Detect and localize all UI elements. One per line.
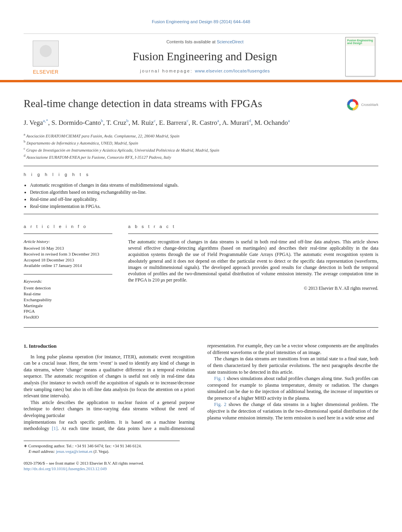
affiliation: b Departamento de Informática y Automáti… bbox=[24, 139, 378, 146]
elsevier-tree-icon bbox=[33, 41, 59, 67]
history-item: Available online 17 January 2014 bbox=[24, 263, 112, 269]
highlight-item: Real-time implementation in FPGAs. bbox=[30, 203, 378, 210]
article-info-label: a r t i c l e i n f o bbox=[24, 224, 112, 230]
affil-ref[interactable]: b bbox=[126, 118, 128, 123]
keywords-heading: Keywords: bbox=[24, 278, 112, 284]
keyword: Exchangeability bbox=[24, 297, 112, 303]
journal-homepage-link[interactable]: www.elsevier.com/locate/fusengdes bbox=[195, 69, 270, 73]
para-span: shows simulations about radial profiles … bbox=[207, 376, 378, 401]
article-history: Received 16 May 2013 Received in revised… bbox=[24, 245, 112, 269]
affil-ref[interactable]: b bbox=[101, 118, 103, 123]
para: In long pulse plasma operation (for inst… bbox=[24, 354, 195, 399]
footnote-star: ∗ bbox=[24, 444, 27, 448]
affiliation: c Grupo de Investigación en Instrumentac… bbox=[24, 146, 378, 153]
affil-ref[interactable]: a bbox=[217, 118, 219, 123]
crossmark-icon bbox=[347, 99, 359, 111]
rule bbox=[24, 166, 378, 166]
affil-ref[interactable]: c bbox=[154, 118, 156, 123]
abstract-label: a b s t r a c t bbox=[128, 224, 378, 230]
author: E. Barrerac bbox=[159, 119, 189, 126]
para: Fig. 2 shows the change of data streams … bbox=[207, 401, 378, 421]
highlights-label: h i g h l i g h t s bbox=[24, 172, 378, 178]
history-item: Received in revised form 3 December 2013 bbox=[24, 251, 112, 257]
para: Fig. 1 shows simulations about radial pr… bbox=[207, 375, 378, 401]
keyword: Real-time bbox=[24, 291, 112, 297]
rule bbox=[24, 274, 112, 274]
publisher-name: ELSEVIER bbox=[33, 69, 58, 76]
affil-ref[interactable]: d bbox=[249, 118, 251, 123]
highlight-item: Detection algorithm based on testing exc… bbox=[30, 189, 378, 196]
sciencedirect-link[interactable]: ScienceDirect bbox=[217, 39, 244, 44]
history-item: Received 16 May 2013 bbox=[24, 245, 112, 251]
email-link[interactable]: jesus.vega@ciemat.es bbox=[56, 449, 92, 454]
affiliations: a Asociación EURATOM/CIEMAT para Fusión,… bbox=[24, 132, 378, 161]
journal-homepage-line: journal homepage: www.elsevier.com/locat… bbox=[68, 68, 342, 74]
cover-title: Fusion Engineering and Design bbox=[347, 39, 373, 45]
figure-ref-link[interactable]: Fig. 2 bbox=[214, 402, 226, 407]
contents-prefix: Contents lists available at bbox=[166, 39, 217, 44]
keyword: FlexRIO bbox=[24, 314, 112, 320]
issn-line: 0920-3796/$ – see front matter © 2013 El… bbox=[24, 461, 378, 466]
author: S. Dormido-Cantob bbox=[51, 119, 103, 126]
email-label: E-mail address: bbox=[29, 449, 56, 454]
body-text: 1. Introduction In long pulse plasma ope… bbox=[24, 343, 378, 432]
rule bbox=[24, 214, 378, 214]
para: The changes in data streams are transiti… bbox=[207, 356, 378, 375]
affiliation: d Associazione EURATOM-ENEA per la Fusio… bbox=[24, 153, 378, 160]
journal-masthead: ELSEVIER Contents lists available at Sci… bbox=[24, 33, 378, 80]
running-head: Fusion Engineering and Design 89 (2014) … bbox=[24, 19, 378, 25]
abstract-column: a b s t r a c t The automatic recognitio… bbox=[128, 218, 378, 320]
keyword: Martingale bbox=[24, 303, 112, 309]
highlights-list: Automatic recognition of changes in data… bbox=[24, 182, 378, 210]
figure-ref-link[interactable]: Fig. 1 bbox=[214, 376, 225, 381]
page-footer: 0920-3796/$ – see front matter © 2013 El… bbox=[24, 461, 378, 472]
author: M. Ochandoa bbox=[254, 119, 290, 126]
journal-cover: Fusion Engineering and Design bbox=[342, 34, 378, 80]
article-info-column: a r t i c l e i n f o Article history: R… bbox=[24, 218, 112, 320]
orange-divider bbox=[0, 80, 402, 82]
highlight-item: Real-time and off-line applicability. bbox=[30, 196, 378, 203]
affil-ref[interactable]: c bbox=[186, 118, 188, 123]
history-heading: Article history: bbox=[24, 239, 112, 245]
para-span: shows the change of data streams in a hi… bbox=[207, 402, 378, 420]
author: J. Vegaa,* bbox=[24, 119, 48, 126]
author: M. Ruizc bbox=[132, 119, 156, 126]
corresponding-author-footnote: ∗ Corresponding author. Tel.: +34 91 346… bbox=[24, 441, 180, 454]
author: T. Cruzb bbox=[106, 119, 128, 126]
crossmark-badge[interactable]: CrossMark bbox=[347, 99, 378, 111]
email-paren: (J. Vega). bbox=[93, 449, 109, 454]
author-list: J. Vegaa,*, S. Dormido-Cantob, T. Cruzb,… bbox=[24, 118, 331, 128]
keyword: FPGA bbox=[24, 308, 112, 314]
affil-ref[interactable]: a bbox=[288, 118, 290, 123]
abstract-text: The automatic recognition of changes in … bbox=[128, 239, 378, 283]
abstract-copyright: © 2013 Elsevier B.V. All rights reserved… bbox=[128, 285, 378, 292]
contents-available-line: Contents lists available at ScienceDirec… bbox=[68, 39, 342, 45]
affil-ref[interactable]: a,* bbox=[43, 118, 48, 123]
author: R. Castroa bbox=[192, 119, 219, 126]
para: This article describes the application t… bbox=[24, 399, 195, 419]
homepage-prefix: journal homepage: bbox=[140, 69, 195, 73]
article-title: Real-time change detection in data strea… bbox=[24, 96, 331, 111]
section-heading: 1. Introduction bbox=[24, 343, 195, 350]
journal-title: Fusion Engineering and Design bbox=[68, 49, 342, 64]
corresponding-author-text: Corresponding author. Tel.: +34 91 346 6… bbox=[28, 444, 142, 448]
highlight-item: Automatic recognition of changes in data… bbox=[30, 182, 378, 189]
affiliation: a Asociación EURATOM/CIEMAT para Fusión,… bbox=[24, 132, 378, 139]
citation-link[interactable]: [1] bbox=[52, 426, 58, 431]
crossmark-label: CrossMark bbox=[361, 102, 378, 107]
history-item: Accepted 18 December 2013 bbox=[24, 257, 112, 263]
keywords-list: Event detection Real-time Exchangeabilit… bbox=[24, 285, 112, 320]
keyword: Event detection bbox=[24, 285, 112, 291]
journal-cover-thumb: Fusion Engineering and Design bbox=[345, 37, 375, 76]
doi-link[interactable]: http://dx.doi.org/10.1016/j.fusengdes.20… bbox=[24, 467, 107, 471]
rule bbox=[24, 327, 378, 328]
author: A. Murarid bbox=[222, 119, 251, 126]
publisher-logo-block: ELSEVIER bbox=[24, 34, 68, 80]
